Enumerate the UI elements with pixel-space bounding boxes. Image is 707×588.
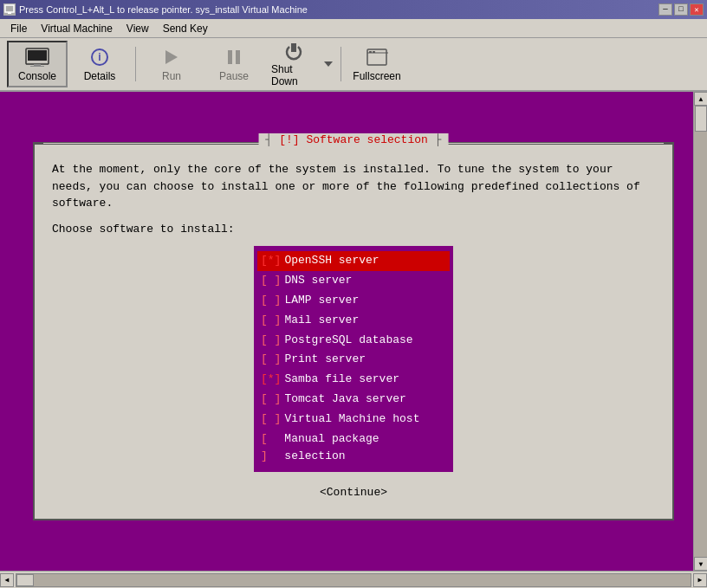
scroll-thumb[interactable] [695,106,707,132]
checkbox-print: [ ] [261,351,281,369]
details-label: Details [84,70,116,82]
checkbox-lamp: [ ] [261,292,281,310]
list-item[interactable]: [ ] Manual package selection [257,430,450,468]
shutdown-button[interactable]: Shut Down [266,41,321,87]
list-item[interactable]: [*] Samba file server [257,370,450,390]
console-icon [25,46,49,68]
shutdown-wrapper: Shut Down [266,41,335,87]
continue-button[interactable]: <Continue> [320,484,387,501]
list-item[interactable]: [ ] PostgreSQL database [257,331,450,351]
scroll-track [694,106,707,557]
dialog-body: At the moment, only the core of the syst… [52,161,655,501]
run-button[interactable]: Run [141,41,202,87]
fullscreen-button[interactable]: Fullscreen [347,41,407,87]
svg-marker-12 [324,61,333,67]
svg-rect-14 [369,51,372,53]
checkbox-postgresql: [ ] [261,332,281,350]
menu-view[interactable]: View [120,21,156,36]
software-label-postgresql: PostgreSQL database [284,332,412,350]
list-item[interactable]: [ ] Print server [257,350,450,370]
svg-text:i: i [98,51,101,63]
details-icon: i [88,46,112,68]
scroll-left-button[interactable]: ◀ [0,573,14,587]
shutdown-dropdown-button[interactable] [321,41,335,87]
software-label-tomcat: Tomcat Java server [284,391,405,409]
vertical-scrollbar[interactable]: ▲ ▼ [693,92,707,571]
h-scroll-track [16,573,691,587]
checkbox-mail: [ ] [261,312,281,330]
scroll-right-button[interactable]: ▶ [693,573,707,587]
dialog-title: ┤ [!] Software selection ├ [259,133,449,146]
toolbar-separator-2 [341,47,341,81]
fullscreen-label: Fullscreen [353,70,400,82]
list-item[interactable]: [ ] DNS server [257,271,450,291]
software-label-vm: Virtual Machine host [284,410,419,429]
list-item[interactable]: [ ] Virtual Machine host [257,410,450,430]
dialog-desc-1: At the moment, only the core of the syst… [52,161,655,212]
window-title: Press Control_L+Alt_L to release pointer… [19,4,308,15]
toolbar: Console i Details Run Pause [0,38,707,92]
svg-rect-10 [236,50,240,64]
list-item[interactable]: [ ] Tomcat Java server [257,390,450,410]
details-button[interactable]: i Details [69,41,130,87]
horizontal-scrollbar[interactable]: ◀ ▶ [0,573,707,587]
shutdown-label: Shut Down [271,63,316,87]
checkbox-samba: [*] [261,371,281,389]
software-label-dns: DNS server [284,272,352,290]
software-label-lamp: LAMP server [284,292,359,310]
pause-icon [222,46,246,68]
svg-rect-5 [30,66,44,67]
software-label-samba: Samba file server [284,371,399,389]
software-label-mail: Mail server [284,312,359,330]
scroll-up-button[interactable]: ▲ [694,92,707,106]
list-item[interactable]: [ ] Mail server [257,311,450,331]
svg-rect-1 [8,12,11,14]
vm-icon [3,3,16,16]
maximize-button[interactable]: □ [674,3,688,16]
pause-button[interactable]: Pause [204,41,264,87]
checkbox-manual: [ ] [261,430,281,467]
checkbox-openssh: [*] [261,252,281,270]
menu-virtual-machine[interactable]: Virtual Machine [34,21,120,36]
software-label-manual: Manual package selection [284,430,446,467]
run-label: Run [162,70,181,82]
pause-label: Pause [219,70,249,82]
svg-rect-15 [373,51,375,53]
console-label: Console [18,70,56,82]
list-item[interactable]: [ ] LAMP server [257,291,450,311]
software-label-openssh: OpenSSH server [284,252,379,270]
status-bar: ◀ ▶ [0,571,707,588]
toolbar-separator-1 [135,47,136,81]
software-label-print: Print server [284,351,366,369]
checkbox-tomcat: [ ] [261,391,281,409]
svg-rect-0 [5,5,14,12]
checkbox-vm: [ ] [261,410,281,429]
fullscreen-icon [365,46,389,68]
run-icon [159,46,184,68]
choose-label: Choose software to install: [52,221,655,238]
menu-send-key[interactable]: Send Key [156,21,215,36]
menu-file[interactable]: File [3,21,34,36]
console-button[interactable]: Console [7,41,68,87]
shutdown-icon [282,42,306,61]
h-scroll-thumb[interactable] [16,574,34,586]
svg-marker-8 [165,50,178,64]
scroll-down-button[interactable]: ▼ [694,557,707,571]
close-button[interactable]: ✕ [690,3,704,16]
title-bar: Press Control_L+Alt_L to release pointer… [0,0,707,19]
window-controls: ─ □ ✕ [658,3,704,16]
minimize-button[interactable]: ─ [658,3,672,16]
svg-rect-4 [34,64,41,66]
svg-rect-11 [291,43,296,52]
svg-rect-3 [28,50,47,61]
main-area: ┤ [!] Software selection ├ At the moment… [0,92,707,571]
list-item[interactable]: [*] OpenSSH server [257,251,450,271]
software-selection-dialog: ┤ [!] Software selection ├ At the moment… [33,142,674,520]
checkbox-dns: [ ] [261,272,281,290]
software-list[interactable]: [*] OpenSSH server [ ] DNS server [ ] LA… [254,246,453,472]
svg-rect-9 [228,50,232,64]
menu-bar: File Virtual Machine View Send Key [0,19,707,38]
